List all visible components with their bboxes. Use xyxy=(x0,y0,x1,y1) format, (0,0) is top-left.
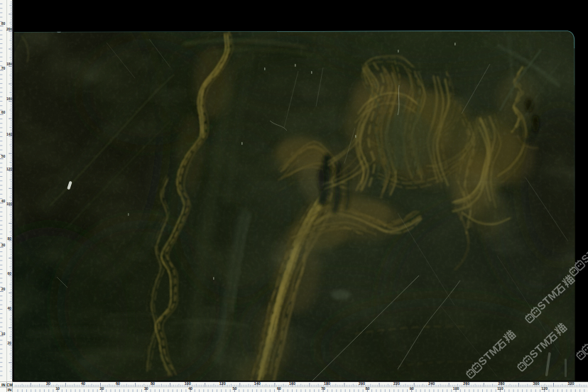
svg-text:320: 320 xyxy=(568,381,575,386)
svg-text:240: 240 xyxy=(428,381,435,386)
svg-text:30: 30 xyxy=(144,386,148,391)
svg-text:200: 200 xyxy=(6,27,13,31)
svg-text:180: 180 xyxy=(324,381,330,386)
svg-text:50: 50 xyxy=(233,386,237,391)
svg-text:40: 40 xyxy=(1,199,6,203)
svg-text:260: 260 xyxy=(463,381,469,386)
svg-text:40: 40 xyxy=(188,386,192,391)
svg-text:110: 110 xyxy=(497,386,503,391)
svg-text:60: 60 xyxy=(7,271,11,276)
svg-text:140: 140 xyxy=(254,381,261,386)
svg-text:120: 120 xyxy=(541,386,548,391)
svg-text:60: 60 xyxy=(277,386,281,391)
svg-text:140: 140 xyxy=(6,132,13,136)
svg-text:300: 300 xyxy=(533,381,539,386)
svg-text:100: 100 xyxy=(453,386,459,391)
svg-text:200: 200 xyxy=(359,381,365,386)
svg-text:80: 80 xyxy=(1,21,6,26)
svg-text:100: 100 xyxy=(6,202,13,206)
svg-text:180: 180 xyxy=(6,62,13,66)
svg-text:10: 10 xyxy=(1,332,6,336)
svg-text:60: 60 xyxy=(1,110,6,114)
svg-text:80: 80 xyxy=(366,386,370,391)
svg-text:70: 70 xyxy=(1,66,6,70)
svg-text:280: 280 xyxy=(498,381,504,386)
svg-text:20: 20 xyxy=(7,341,11,345)
svg-text:160: 160 xyxy=(289,381,295,386)
svg-text:160: 160 xyxy=(6,97,13,101)
svg-text:60: 60 xyxy=(116,381,120,386)
svg-text:220: 220 xyxy=(393,381,400,386)
svg-text:10: 10 xyxy=(55,386,60,391)
svg-text:90: 90 xyxy=(410,386,414,391)
svg-text:20: 20 xyxy=(46,381,50,386)
svg-text:IN: IN xyxy=(1,383,6,387)
svg-text:IN: IN xyxy=(8,388,12,392)
svg-text:100: 100 xyxy=(185,381,191,386)
svg-text:40: 40 xyxy=(81,381,85,386)
svg-text:20: 20 xyxy=(1,287,6,291)
svg-text:20: 20 xyxy=(100,386,104,391)
svg-text:30: 30 xyxy=(1,243,6,247)
svg-text:70: 70 xyxy=(321,386,325,391)
svg-text:120: 120 xyxy=(6,167,13,171)
svg-text:120: 120 xyxy=(219,381,226,386)
svg-text:50: 50 xyxy=(1,154,6,158)
svg-text:80: 80 xyxy=(151,381,155,386)
svg-text:CM: CM xyxy=(6,383,13,387)
svg-text:40: 40 xyxy=(7,306,11,310)
svg-text:80: 80 xyxy=(7,236,11,241)
